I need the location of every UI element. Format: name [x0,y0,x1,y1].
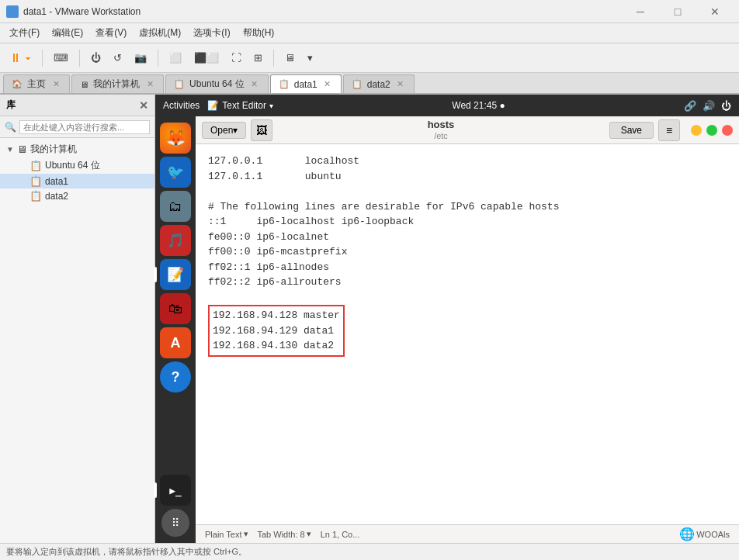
tab-mypc[interactable]: 🖥 我的计算机 ✕ [71,74,164,93]
main-layout: 库 ✕ 🔍 ▼ 🖥 我的计算机 📋 Ubuntu 64 位 📋 data1 [0,95,739,543]
sidebar-title: 库 [6,99,16,112]
menu-file[interactable]: 文件(F) [3,25,46,42]
tab-ubuntu[interactable]: 📋 Ubuntu 64 位 ✕ [165,74,269,93]
highlighted-line-3: 192.168.94.130 data2 [213,338,340,354]
network-icon[interactable]: 🔗 [684,100,696,112]
editor-line-8: ff02::1 ip6-allnodes [208,260,727,275]
dock-terminal[interactable]: ▶_ [160,475,191,506]
sidebar-close-button[interactable]: ✕ [139,99,148,112]
power-icon[interactable]: ⏻ [721,100,731,112]
dock-help[interactable]: ? [160,361,191,392]
view-button[interactable]: ⊞ [249,47,267,69]
toolbar-sep-3 [158,50,158,67]
dock-appstore[interactable]: 🛍 [160,293,191,324]
open-label: Open▾ [210,125,238,136]
tree-data1[interactable]: 📋 data1 [0,174,154,188]
minimize-button[interactable]: ─ [623,0,658,23]
dock-texteditor[interactable]: 📝 [160,259,191,290]
editor-body[interactable]: 127.0.0.1 localhost 127.0.1.1 ubuntu # T… [196,144,739,524]
menu-vm[interactable]: 虚拟机(M) [133,25,187,42]
dock-thunderbird[interactable]: 🐦 [160,157,191,188]
sidebar: 库 ✕ 🔍 ▼ 🖥 我的计算机 📋 Ubuntu 64 位 📋 data1 [0,95,155,543]
app-arrow-icon: ▾ [269,102,273,110]
close-button[interactable]: ✕ [697,0,733,23]
dock-files[interactable]: 🗂 [160,191,191,222]
power-button[interactable]: ⏻ [86,47,106,69]
editor-line-9: ff02::2 ip6-allrouters [208,275,727,290]
rhythmbox-icon: 🎵 [167,232,184,249]
menu-view[interactable]: 查看(V) [89,25,133,42]
app-icon [6,5,19,18]
editor-area: Open▾ 🖼 hosts /etc Save ≡ [196,116,739,543]
appstore-icon: 🛍 [168,301,182,317]
revert-button[interactable]: ↺ [109,47,127,69]
ubuntu-topbar: Activities 📝 Text Editor ▾ Wed 21:45 ● 🔗… [155,95,739,116]
more-button[interactable]: ▾ [303,47,317,69]
tabwidth-arrow: ▾ [307,529,311,539]
dock-firefox[interactable]: 🦊 [160,123,191,154]
dock-rhythmbox[interactable]: 🎵 [160,225,191,256]
close-win-button[interactable] [722,125,733,136]
bottom-bar: 要将输入定向到该虚拟机，请将鼠标指针移入其中或按 Ctrl+G。 [0,543,739,560]
image-insert-button[interactable]: 🖼 [251,119,272,141]
snapshot-button[interactable]: 📷 [130,47,151,69]
activities-button[interactable]: Activities [163,100,199,111]
screen-button[interactable]: 🖥 [280,47,300,69]
ubuntu-clock[interactable]: Wed 21:45 ● [281,100,676,111]
highlighted-line-1: 192.168.94.128 master [213,308,340,323]
tree-mypc[interactable]: ▼ 🖥 我的计算机 [0,141,154,157]
tree-data2[interactable]: 📋 data2 [0,188,154,203]
tree-icon-data1: 📋 [29,175,42,187]
tree-icon-ubuntu: 📋 [29,160,42,171]
fit-window-button[interactable]: ⬛⬜ [189,47,224,69]
toolbar-sep-4 [273,50,274,67]
app-name-label: Text Editor [222,100,266,111]
volume-icon[interactable]: 🔊 [703,100,715,112]
pause-button[interactable]: ⏸ ▾ [5,47,36,69]
fit-guest-button[interactable]: ⬜ [165,47,186,69]
format-arrow: ▾ [244,529,248,539]
tab-data1[interactable]: 📋 data1 ✕ [270,74,342,93]
editor-line-1: 127.0.0.1 localhost [208,154,727,169]
app-name-menu[interactable]: 📝 Text Editor ▾ [207,100,273,111]
minimize-win-button[interactable] [691,125,702,136]
tab-data2-close[interactable]: ✕ [395,79,406,90]
maximize-button[interactable]: □ [660,0,696,23]
editor-statusbar: Plain Text ▾ Tab Width: 8 ▾ Ln 1, Co... … [196,524,739,543]
dock-installer[interactable]: A [160,327,191,358]
menu-help[interactable]: 帮助(H) [237,25,281,42]
texteditor-icon: 📝 [167,266,184,283]
tab-data2[interactable]: 📋 data2 ✕ [343,74,415,93]
help-icon: ? [172,369,180,385]
open-button[interactable]: Open▾ [202,122,246,139]
woo-icon: 🌐 [679,527,695,541]
ubuntu-icon: 📋 [174,79,185,89]
search-input[interactable] [19,120,150,134]
thunderbird-icon: 🐦 [167,164,184,181]
tab-home-close[interactable]: ✕ [50,79,61,90]
editor-menu-button[interactable]: ≡ [658,119,680,141]
maximize-win-button[interactable] [706,125,717,136]
fullscreen-button[interactable]: ⛶ [227,47,246,69]
tab-data1-close[interactable]: ✕ [322,79,333,90]
tab-home[interactable]: 🏠 主页 ✕ [3,74,70,93]
send-input-button[interactable]: ⌨ [49,47,73,69]
save-button[interactable]: Save [609,122,654,139]
files-icon: 🗂 [168,199,182,215]
menu-edit[interactable]: 编辑(E) [46,25,89,42]
toolbar-sep-1 [42,50,43,67]
tab-ubuntu-close[interactable]: ✕ [249,79,260,90]
format-selector[interactable]: Plain Text ▾ [205,529,248,539]
cursor-position: Ln 1, Co... [321,530,360,539]
home-icon: 🏠 [12,79,23,89]
bottom-message: 要将输入定向到该虚拟机，请将鼠标指针移入其中或按 Ctrl+G。 [6,546,247,558]
search-icon: 🔍 [5,122,16,133]
tree-ubuntu[interactable]: 📋 Ubuntu 64 位 [0,157,154,174]
dock-apps[interactable]: ⠿ [161,509,189,537]
tab-mypc-close[interactable]: ✕ [144,79,155,90]
menu-tab[interactable]: 选项卡(I) [187,25,236,42]
sidebar-tree: ▼ 🖥 我的计算机 📋 Ubuntu 64 位 📋 data1 📋 data2 [0,138,154,543]
tab-width-selector[interactable]: Tab Width: 8 ▾ [258,529,311,539]
tree-icon-data2: 📋 [29,190,42,202]
data2-icon: 📋 [352,79,363,89]
